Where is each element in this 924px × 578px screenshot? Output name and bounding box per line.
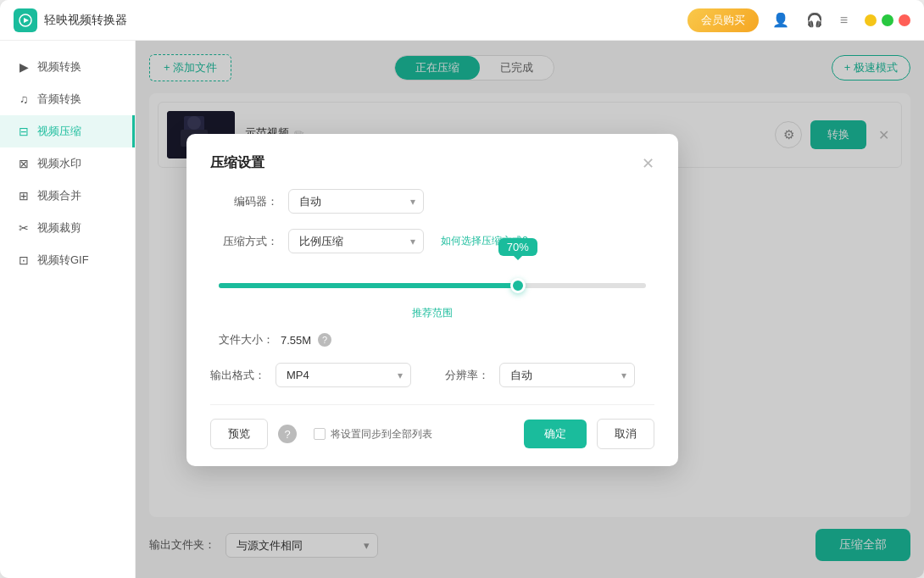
audio-convert-icon: ♫: [17, 92, 31, 106]
codec-select[interactable]: 自动: [288, 189, 424, 214]
user-icon[interactable]: 👤: [769, 8, 793, 31]
format-row: 输出格式： MP4 分辨率： 自动: [210, 363, 654, 387]
codec-label: 编码器：: [210, 194, 278, 209]
slider-track: [219, 283, 646, 288]
sidebar-item-video-compress[interactable]: ⊟ 视频压缩: [0, 115, 135, 147]
slider-tooltip: 70%: [498, 238, 537, 256]
sidebar-item-video-merge[interactable]: ⊞ 视频合并: [0, 180, 135, 212]
main-layout: ▶ 视频转换 ♫ 音频转换 ⊟ 视频压缩 ⊠ 视频水印 ⊞ 视频合并 ✂ 视频裁…: [0, 41, 924, 578]
compress-mode-row: 压缩方式： 比例压缩 如何选择压缩方式?: [210, 229, 654, 253]
close-button[interactable]: ✕: [899, 14, 910, 26]
sync-check-wrap: 将设置同步到全部列表: [314, 427, 432, 442]
slider-thumb[interactable]: [510, 278, 526, 293]
title-bar-right: 会员购买 👤 🎧 ≡ ─ □ ✕: [687, 8, 910, 32]
preview-button[interactable]: 预览: [210, 419, 268, 449]
filesize-value: 7.55M: [281, 334, 311, 347]
resolution-select[interactable]: 自动: [499, 363, 635, 387]
sync-label: 将设置同步到全部列表: [331, 427, 432, 442]
sidebar-item-label: 视频转换: [37, 59, 81, 75]
sidebar: ▶ 视频转换 ♫ 音频转换 ⊟ 视频压缩 ⊠ 视频水印 ⊞ 视频合并 ✂ 视频裁…: [0, 41, 136, 578]
codec-select-wrap: 自动: [288, 189, 424, 214]
app-title: 轻映视频转换器: [44, 13, 127, 28]
video-cut-icon: ✂: [17, 221, 31, 235]
resolution-select-wrap: 自动: [499, 363, 635, 387]
slider-fill: [219, 283, 518, 288]
window-controls: ─ □ ✕: [865, 14, 910, 26]
sidebar-item-label: 视频压缩: [37, 124, 81, 139]
output-format-select-wrap: MP4: [276, 363, 411, 387]
output-format-select[interactable]: MP4: [276, 363, 411, 387]
app-logo: [14, 8, 37, 32]
maximize-button[interactable]: □: [882, 14, 893, 26]
headset-icon[interactable]: 🎧: [803, 8, 827, 31]
compress-mode-label: 压缩方式：: [210, 234, 278, 249]
resolution-label: 分辨率：: [445, 368, 489, 383]
minimize-button[interactable]: ─: [865, 14, 877, 26]
vip-button[interactable]: 会员购买: [687, 8, 759, 32]
filesize-info-icon[interactable]: ?: [318, 333, 331, 347]
video-convert-icon: ▶: [17, 60, 31, 74]
sidebar-item-label: 音频转换: [37, 92, 81, 107]
compress-mode-select[interactable]: 比例压缩: [288, 229, 424, 253]
sidebar-item-label: 视频合并: [37, 188, 81, 203]
slider-section: 70% 推荐范围: [210, 269, 654, 320]
resolution-group: 分辨率： 自动: [445, 363, 635, 387]
sidebar-item-video-convert[interactable]: ▶ 视频转换: [0, 51, 135, 83]
codec-row: 编码器： 自动: [210, 189, 654, 214]
cancel-button[interactable]: 取消: [597, 419, 654, 449]
sidebar-item-video-gif[interactable]: ⊡ 视频转GIF: [0, 244, 135, 276]
slider-track-wrap: 70%: [219, 269, 646, 303]
sidebar-item-label: 视频裁剪: [37, 220, 81, 236]
modal-footer: 预览 ? 将设置同步到全部列表 确定 取消: [210, 404, 654, 449]
video-compress-icon: ⊟: [17, 125, 31, 138]
sync-checkbox[interactable]: [314, 428, 326, 440]
sidebar-item-video-watermark[interactable]: ⊠ 视频水印: [0, 147, 135, 180]
compress-mode-select-wrap: 比例压缩: [288, 229, 424, 253]
app-window: 轻映视频转换器 会员购买 👤 🎧 ≡ ─ □ ✕ ▶ 视频转换 ♫ 音频转换: [0, 0, 924, 578]
output-format-group: 输出格式： MP4: [210, 363, 411, 387]
video-watermark-icon: ⊠: [17, 157, 31, 170]
video-merge-icon: ⊞: [17, 189, 31, 203]
filesize-row: 文件大小： 7.55M ?: [210, 332, 654, 347]
output-format-label: 输出格式：: [210, 368, 265, 383]
svg-marker-1: [24, 18, 29, 23]
sidebar-item-label: 视频水印: [37, 156, 81, 171]
content-area: + 添加文件 正在压缩 已完成 + 极速模式: [136, 41, 924, 578]
help-button[interactable]: ?: [278, 425, 297, 443]
confirm-button[interactable]: 确定: [524, 420, 587, 448]
title-bar: 轻映视频转换器 会员购买 👤 🎧 ≡ ─ □ ✕: [0, 0, 924, 41]
sidebar-item-video-cut[interactable]: ✂ 视频裁剪: [0, 212, 135, 244]
compress-settings-modal: 压缩设置 ✕ 编码器： 自动 压缩方式：: [186, 134, 678, 466]
filesize-label: 文件大小：: [219, 332, 274, 347]
sidebar-item-label: 视频转GIF: [37, 253, 89, 268]
modal-close-button[interactable]: ✕: [642, 156, 654, 171]
video-gif-icon: ⊡: [17, 253, 31, 267]
modal-overlay: 压缩设置 ✕ 编码器： 自动 压缩方式：: [136, 41, 924, 578]
modal-title: 压缩设置: [210, 154, 264, 172]
sidebar-item-audio-convert[interactable]: ♫ 音频转换: [0, 83, 135, 115]
modal-header: 压缩设置 ✕: [210, 154, 654, 172]
slider-hint: 推荐范围: [219, 306, 646, 320]
menu-icon[interactable]: ≡: [837, 9, 851, 31]
